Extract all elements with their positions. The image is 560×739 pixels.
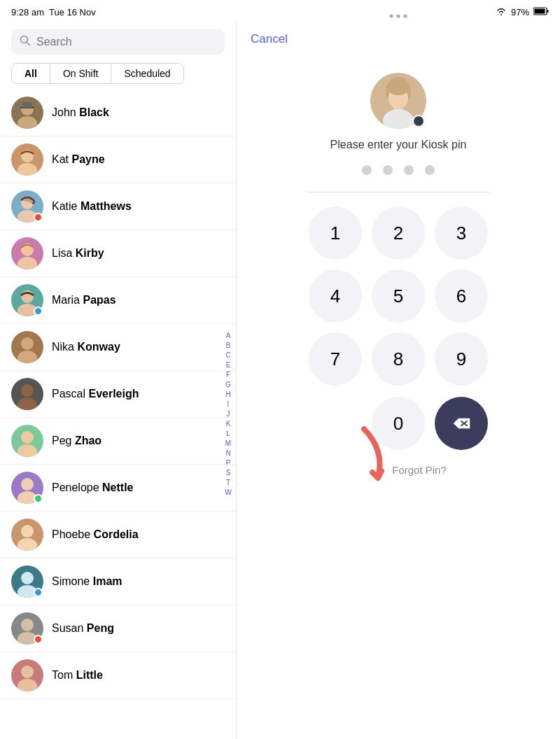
tab-all[interactable]: All	[12, 64, 50, 83]
numpad-3[interactable]: 3	[435, 206, 488, 260]
avatar	[11, 97, 43, 129]
svg-point-24	[21, 431, 34, 444]
search-box[interactable]	[11, 29, 225, 55]
tab-scheduled[interactable]: Scheduled	[111, 64, 183, 83]
staff-item-john-black[interactable]: John Black	[0, 90, 236, 136]
svg-point-17	[18, 257, 37, 269]
staff-name: Penelope Nettle	[52, 481, 134, 494]
staff-name: Nika Konway	[52, 341, 120, 353]
svg-point-26	[21, 478, 34, 491]
avatar-wrap	[11, 472, 43, 504]
status-dot-green	[34, 494, 43, 503]
svg-point-25	[18, 444, 37, 457]
staff-name: John Black	[52, 106, 109, 119]
numpad-8[interactable]: 8	[372, 332, 425, 386]
svg-point-28	[21, 525, 34, 537]
staff-name: Lisa Kirby	[52, 247, 104, 260]
avatar-wrap	[11, 425, 43, 457]
staff-name: Simone Imam	[52, 575, 122, 588]
staff-item-peg-zhao[interactable]: Peg Zhao	[0, 418, 236, 465]
pin-dots	[362, 165, 435, 175]
staff-name: Katie Matthews	[52, 200, 132, 213]
avatar-wrap	[11, 97, 43, 129]
svg-point-22	[21, 384, 34, 397]
svg-point-39	[387, 78, 410, 95]
avatar	[11, 378, 43, 410]
avatar-wrap	[11, 612, 43, 645]
staff-name: Kat Payne	[52, 153, 105, 166]
search-icon	[20, 35, 31, 49]
pin-entry-panel: Cancel	[237, 21, 560, 739]
svg-point-32	[21, 619, 34, 631]
staff-item-simone-imam[interactable]: Simone Imam	[0, 558, 236, 605]
staff-item-penelope-nettle[interactable]: Penelope Nettle	[0, 465, 236, 512]
staff-name: Susan Peng	[52, 622, 114, 635]
avatar-wrap	[11, 284, 43, 316]
avatar	[11, 659, 43, 691]
avatar-wrap	[11, 143, 43, 176]
avatar-wrap	[11, 190, 43, 223]
staff-name: Tom Little	[52, 669, 103, 682]
search-container	[0, 21, 236, 60]
numpad-2[interactable]: 2	[372, 206, 425, 260]
avatar-wrap	[11, 378, 43, 410]
drag-handle	[237, 6, 560, 27]
forgot-pin-area: Forgot Pin?	[350, 464, 447, 476]
numpad-9[interactable]: 9	[435, 332, 488, 386]
svg-point-3	[390, 15, 393, 18]
staff-item-pascal-everleigh[interactable]: Pascal Everleigh	[0, 371, 236, 418]
staff-name: Pascal Everleigh	[52, 388, 139, 400]
svg-point-35	[18, 679, 37, 691]
tab-group-container: All On Shift Scheduled	[0, 60, 236, 90]
avatar	[11, 237, 43, 269]
staff-item-kat-payne[interactable]: Kat Payne	[0, 136, 236, 183]
pin-user-status-dot	[412, 115, 425, 127]
avatar	[11, 519, 43, 551]
cancel-button[interactable]: Cancel	[251, 32, 288, 46]
svg-point-34	[21, 666, 34, 678]
avatar	[11, 331, 43, 363]
pin-prompt-label: Please enter your Kiosk pin	[330, 139, 467, 151]
numpad-1[interactable]: 1	[309, 206, 362, 260]
status-time: 9:28 am Tue 16 Nov	[11, 7, 96, 17]
numpad-6[interactable]: 6	[435, 269, 488, 323]
svg-point-20	[21, 337, 34, 350]
pin-dot-3	[404, 165, 414, 175]
avatar-wrap	[11, 659, 43, 691]
staff-item-katie-matthews[interactable]: Katie Matthews	[0, 183, 236, 230]
tab-on-shift[interactable]: On Shift	[50, 64, 111, 83]
svg-point-21	[18, 351, 37, 363]
svg-point-23	[18, 397, 37, 410]
search-input[interactable]	[36, 36, 216, 48]
status-dot-red	[34, 213, 43, 222]
avatar	[11, 143, 43, 176]
numpad-7[interactable]: 7	[309, 332, 362, 386]
staff-name: Peg Zhao	[52, 435, 102, 447]
pin-dot-2	[383, 165, 393, 175]
avatar-wrap	[11, 331, 43, 363]
numpad-4[interactable]: 4	[309, 269, 362, 323]
staff-item-tom-little[interactable]: Tom Little	[0, 652, 236, 699]
avatar-wrap	[11, 237, 43, 269]
pin-dot-4	[425, 165, 435, 175]
svg-point-4	[397, 15, 400, 18]
staff-item-lisa-kirby[interactable]: Lisa Kirby	[0, 230, 236, 277]
svg-point-5	[404, 15, 407, 18]
numpad: 1 2 3 4 5 6 7 8 9	[309, 206, 488, 386]
numpad-backspace[interactable]	[435, 397, 488, 450]
pin-user-avatar	[370, 73, 426, 129]
svg-point-30	[21, 572, 34, 584]
annotation-arrow	[343, 422, 413, 495]
staff-item-nika-konway[interactable]: Nika Konway	[0, 324, 236, 371]
numpad-5[interactable]: 5	[372, 269, 425, 323]
svg-point-9	[18, 116, 37, 129]
avatar	[11, 425, 43, 457]
staff-item-maria-papas[interactable]: Maria Papas	[0, 277, 236, 324]
svg-point-13	[18, 163, 37, 176]
staff-item-phoebe-cordelia[interactable]: Phoebe Cordelia	[0, 512, 236, 558]
staff-name: Phoebe Cordelia	[52, 528, 139, 541]
svg-rect-11	[22, 102, 32, 108]
status-dot-blue	[34, 307, 43, 316]
status-dot-red	[34, 635, 43, 644]
staff-item-susan-peng[interactable]: Susan Peng	[0, 605, 236, 652]
